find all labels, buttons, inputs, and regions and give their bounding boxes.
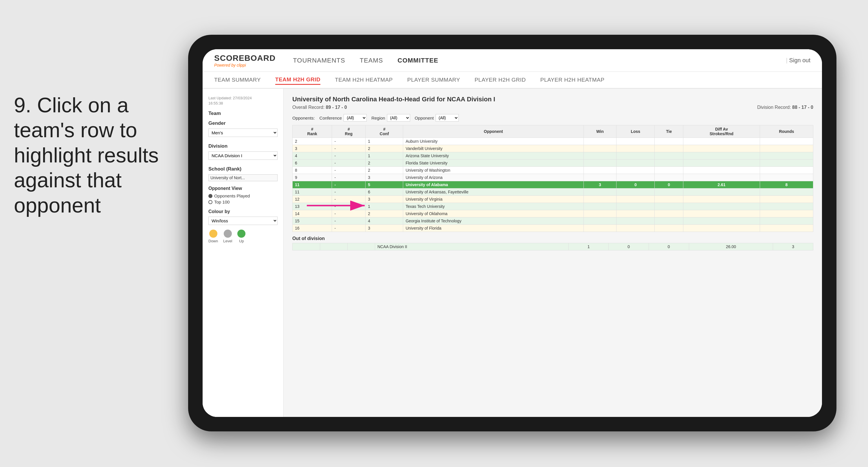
tab-player-h2h-heatmap[interactable]: PLAYER H2H HEATMAP <box>540 76 604 84</box>
table-row[interactable]: 11-5University of Alabama3002.618 <box>292 181 813 188</box>
gender-select[interactable]: Men's <box>208 128 278 137</box>
cell-7 <box>683 138 760 145</box>
cell-7 <box>683 174 760 181</box>
division-select[interactable]: NCAA Division I <box>208 151 278 160</box>
cell-6 <box>655 138 683 145</box>
od-reg <box>320 243 347 251</box>
legend-up: Up <box>237 230 245 243</box>
main-content: Last Updated: 27/03/2024 16:55:38 Team G… <box>203 89 822 417</box>
col-reg: #Reg <box>332 125 366 138</box>
radio-top100[interactable]: Top 100 <box>208 200 278 204</box>
table-header-row: #Rank #Reg #Conf Opponent Win Loss Tie D… <box>292 125 813 138</box>
od-tie: 0 <box>649 243 689 251</box>
opponent-select[interactable]: (All) <box>436 114 459 122</box>
cell-0: 11 <box>292 181 332 188</box>
cell-6 <box>655 196 683 203</box>
cell-4 <box>584 210 616 217</box>
division-label: Division <box>208 143 278 149</box>
cell-1: - <box>332 174 366 181</box>
radio-opponents-played[interactable]: Opponents Played <box>208 194 278 198</box>
team-label: Team <box>208 111 278 116</box>
sidebar: Last Updated: 27/03/2024 16:55:38 Team G… <box>203 89 284 417</box>
cell-2: 1 <box>366 203 403 210</box>
nav-tournaments[interactable]: TOURNAMENTS <box>293 56 345 65</box>
cell-6 <box>655 159 683 167</box>
cell-2: 1 <box>366 138 403 145</box>
cell-2: 3 <box>366 225 403 232</box>
cell-0: 14 <box>292 210 332 217</box>
od-win: 1 <box>568 243 609 251</box>
cell-1: - <box>332 188 366 196</box>
cell-4 <box>584 167 616 174</box>
out-of-division-section: Out of division NCAA Division II 1 0 <box>292 236 813 251</box>
cell-6 <box>655 167 683 174</box>
table-row[interactable]: 6-2Florida State University <box>292 159 813 167</box>
table-row[interactable]: 8-2University of Washington <box>292 167 813 174</box>
tab-team-summary[interactable]: TEAM SUMMARY <box>214 76 261 84</box>
cell-4 <box>584 174 616 181</box>
instruction-text: 9. Click on a team's row to highlight re… <box>14 93 176 218</box>
cell-5 <box>617 138 655 145</box>
cell-3: University of Arkansas, Fayetteville <box>403 188 584 196</box>
cell-2: 3 <box>366 196 403 203</box>
cell-5 <box>617 196 655 203</box>
cell-6 <box>655 152 683 159</box>
filter-region: Region (All) <box>371 114 410 122</box>
cell-5 <box>617 225 655 232</box>
cell-4 <box>584 217 616 225</box>
region-select[interactable]: (All) <box>387 114 410 122</box>
cell-5: 0 <box>617 181 655 188</box>
cell-6 <box>655 203 683 210</box>
cell-6 <box>655 210 683 217</box>
sub-nav: TEAM SUMMARY TEAM H2H GRID TEAM H2H HEAT… <box>203 72 822 89</box>
table-row[interactable]: 11-6University of Arkansas, Fayetteville <box>292 188 813 196</box>
table-row[interactable]: 2-1Auburn University <box>292 138 813 145</box>
table-row[interactable]: 14-2University of Oklahoma <box>292 210 813 217</box>
colour-by-select[interactable]: Win/loss <box>208 216 278 225</box>
tab-team-h2h-heatmap[interactable]: TEAM H2H HEATMAP <box>335 76 393 84</box>
legend-row: Down Level Up <box>208 230 278 243</box>
cell-2: 3 <box>366 174 403 181</box>
nav-teams[interactable]: TEAMS <box>360 56 383 65</box>
tab-player-summary[interactable]: PLAYER SUMMARY <box>407 76 460 84</box>
instruction-body: Click on a team's row to highlight resul… <box>14 93 159 217</box>
cell-8 <box>760 203 813 210</box>
nav-committee[interactable]: COMMITTEE <box>398 56 438 65</box>
out-division-row[interactable]: NCAA Division II 1 0 0 26.00 3 <box>292 243 813 251</box>
conference-select[interactable]: (All) <box>344 114 367 122</box>
cell-2: 5 <box>366 181 403 188</box>
top-nav: SCOREBOARD Powered by clippi TOURNAMENTS… <box>203 49 822 72</box>
cell-3: Texas Tech University <box>403 203 584 210</box>
cell-0: 16 <box>292 225 332 232</box>
table-row[interactable]: 4-1Arizona State University <box>292 152 813 159</box>
od-diff: 26.00 <box>689 243 773 251</box>
cell-7 <box>683 196 760 203</box>
cell-4 <box>584 145 616 152</box>
table-row[interactable]: 16-3University of Florida <box>292 225 813 232</box>
cell-7 <box>683 210 760 217</box>
od-conf <box>347 243 375 251</box>
cell-1: - <box>332 225 366 232</box>
cell-8 <box>760 217 813 225</box>
record-row: Overall Record: 89 - 17 - 0 Division Rec… <box>292 105 813 110</box>
cell-0: 6 <box>292 159 332 167</box>
table-row[interactable]: 9-3University of Arizona <box>292 174 813 181</box>
sign-out-link[interactable]: Sign out <box>786 57 810 64</box>
table-row[interactable]: 15-4Georgia Institute of Technology <box>292 217 813 225</box>
od-rank <box>292 243 320 251</box>
table-row[interactable]: 3-2Vanderbilt University <box>292 145 813 152</box>
table-row[interactable]: 13-1Texas Tech University <box>292 203 813 210</box>
cell-8 <box>760 159 813 167</box>
tablet-frame: SCOREBOARD Powered by clippi TOURNAMENTS… <box>188 35 836 431</box>
cell-3: University of Washington <box>403 167 584 174</box>
cell-8 <box>760 196 813 203</box>
cell-4 <box>584 188 616 196</box>
tab-player-h2h-grid[interactable]: PLAYER H2H GRID <box>475 76 526 84</box>
filter-row: Opponents: Conference (All) Region (All) <box>292 114 813 122</box>
cell-3: University of Florida <box>403 225 584 232</box>
tab-team-h2h-grid[interactable]: TEAM H2H GRID <box>275 75 320 85</box>
table-row[interactable]: 12-3University of Virginia <box>292 196 813 203</box>
scene: 9. Click on a team's row to highlight re… <box>0 0 868 467</box>
cell-5 <box>617 152 655 159</box>
col-tie: Tie <box>655 125 683 138</box>
